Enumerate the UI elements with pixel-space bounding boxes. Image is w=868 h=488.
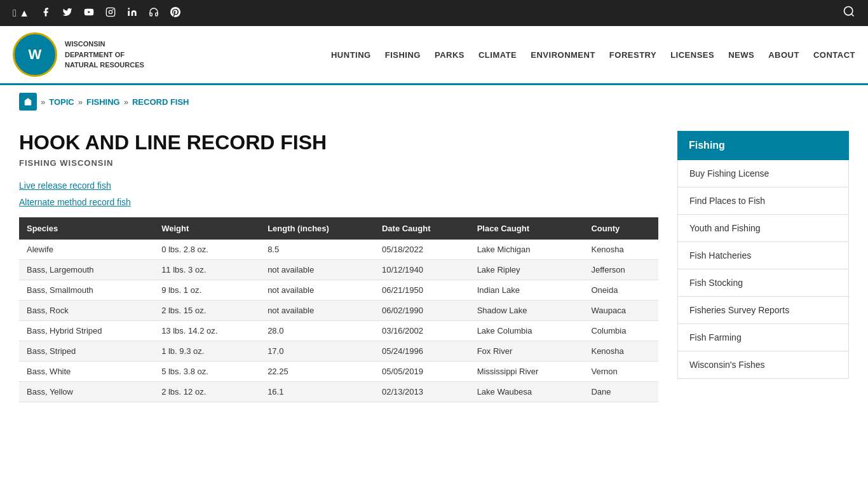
table-cell: Alewife (19, 240, 154, 260)
sidebar-link-item[interactable]: Youth and Fishing (678, 215, 848, 242)
nav-fishing[interactable]: FISHING (385, 50, 421, 60)
table-cell: Jefferson (583, 260, 658, 280)
table-body: Alewife0 lbs. 2.8 oz.8.505/18/2022Lake M… (19, 240, 658, 402)
fish-table: Species Weight Length (inches) Date Caug… (19, 217, 658, 402)
col-length: Length (inches) (260, 217, 374, 240)
alternate-method-link[interactable]: Alternate method record fish (19, 197, 658, 207)
table-header-row: Species Weight Length (inches) Date Caug… (19, 217, 658, 240)
sidebar: Fishing Buy Fishing LicenseFind Places t… (677, 131, 849, 402)
main-layout: HOOK AND LINE RECORD FISH FISHING WISCON… (0, 118, 868, 415)
table-cell: Bass, Yellow (19, 382, 154, 402)
table-cell: 22.25 (260, 362, 374, 382)
breadcrumb-fishing[interactable]: FISHING (86, 97, 120, 107)
nav-environment[interactable]: ENVIRONMENT (531, 50, 595, 60)
table-cell: 11 lbs. 3 oz. (154, 260, 260, 280)
table-cell: 8.5 (260, 240, 374, 260)
live-release-link[interactable]: Live release record fish (19, 180, 658, 191)
table-cell: 28.0 (260, 321, 374, 341)
table-cell: Lake Michigan (470, 240, 584, 260)
table-cell: Oneida (583, 280, 658, 301)
logo-icon: W (13, 32, 57, 77)
table-cell: Mississippi River (470, 362, 584, 382)
sidebar-link-item[interactable]: Fish Stocking (678, 269, 848, 297)
headphones-icon[interactable] (149, 7, 159, 20)
table-cell: Columbia (583, 321, 658, 341)
table-cell: 13 lbs. 14.2 oz. (154, 321, 260, 341)
table-cell: Lake Columbia (470, 321, 584, 341)
table-cell: 2 lbs. 12 oz. (154, 382, 260, 402)
breadcrumb-topic[interactable]: TOPIC (49, 97, 74, 107)
instagram-icon[interactable] (105, 7, 116, 20)
table-cell: not available (260, 280, 374, 301)
sidebar-link-item[interactable]: Buy Fishing License (678, 160, 848, 187)
table-cell: Dane (583, 382, 658, 402)
nav-licenses[interactable]: LICENSES (670, 50, 714, 60)
nav-climate[interactable]: CLIMATE (478, 50, 517, 60)
header: W WISCONSIN DEPARTMENT OF NATURAL RESOUR… (0, 26, 868, 85)
table-row: Bass, Striped1 lb. 9.3 oz.17.005/24/1996… (19, 341, 658, 362)
content-area: HOOK AND LINE RECORD FISH FISHING WISCON… (19, 131, 658, 402)
table-cell: 2 lbs. 15 oz. (154, 301, 260, 321)
sidebar-link-item[interactable]: Fisheries Survey Reports (678, 297, 848, 324)
facebook-icon[interactable]: ​ (41, 7, 51, 20)
table-row: Alewife0 lbs. 2.8 oz.8.505/18/2022Lake M… (19, 240, 658, 260)
col-weight: Weight (154, 217, 260, 240)
svg-point-2 (109, 10, 112, 13)
table-row: Bass, Yellow2 lbs. 12 oz.16.102/13/2013L… (19, 382, 658, 402)
page-subtitle: FISHING WISCONSIN (19, 158, 658, 168)
table-cell: 17.0 (260, 341, 374, 362)
youtube-icon[interactable] (84, 7, 94, 20)
table-cell: not available (260, 260, 374, 280)
table-cell: Waupaca (583, 301, 658, 321)
table-cell: Lake Waubesa (470, 382, 584, 402)
table-cell: Kenosha (583, 240, 658, 260)
breadcrumb-record-fish[interactable]: RECORD FISH (132, 97, 189, 107)
sidebar-link-item[interactable]: Fish Farming (678, 324, 848, 351)
table-cell: not available (260, 301, 374, 321)
table-row: Bass, Hybrid Striped13 lbs. 14.2 oz.28.0… (19, 321, 658, 341)
nav-contact[interactable]: CONTACT (813, 50, 855, 60)
nav-forestry[interactable]: FORESTRY (609, 50, 656, 60)
table-row: Bass, White5 lbs. 3.8 oz.22.2505/05/2019… (19, 362, 658, 382)
pinterest-icon[interactable] (170, 7, 180, 20)
facebook-icon[interactable]:  ▲ (13, 8, 29, 19)
table-cell: 05/05/2019 (374, 362, 470, 382)
table-cell: Bass, Hybrid Striped (19, 321, 154, 341)
table-cell: Kenosha (583, 341, 658, 362)
table-cell: Vernon (583, 362, 658, 382)
svg-point-3 (112, 10, 113, 10)
nav-news[interactable]: NEWS (728, 50, 754, 60)
org-name: WISCONSIN DEPARTMENT OF NATURAL RESOURCE… (65, 39, 144, 71)
col-date: Date Caught (374, 217, 470, 240)
nav-about[interactable]: ABOUT (768, 50, 799, 60)
table-cell: 0 lbs. 2.8 oz. (154, 240, 260, 260)
main-nav: HUNTING FISHING PARKS CLIMATE ENVIRONMEN… (331, 50, 855, 60)
home-icon[interactable] (19, 93, 37, 111)
table-cell: 16.1 (260, 382, 374, 402)
svg-line-6 (851, 14, 854, 17)
table-cell: Shadow Lake (470, 301, 584, 321)
svg-rect-1 (106, 8, 114, 16)
search-icon-top[interactable] (843, 5, 855, 21)
table-cell: 03/16/2002 (374, 321, 470, 341)
table-cell: Bass, Striped (19, 341, 154, 362)
nav-hunting[interactable]: HUNTING (331, 50, 371, 60)
twitter-icon[interactable] (62, 7, 72, 20)
sidebar-link-item[interactable]: Fish Hatcheries (678, 242, 848, 269)
linkedin-icon[interactable] (127, 7, 137, 20)
table-cell: 06/02/1990 (374, 301, 470, 321)
table-cell: Bass, Smallmouth (19, 280, 154, 301)
sidebar-heading: Fishing (677, 131, 849, 160)
table-cell: 5 lbs. 3.8 oz. (154, 362, 260, 382)
col-county: County (583, 217, 658, 240)
logo-area: W WISCONSIN DEPARTMENT OF NATURAL RESOUR… (13, 32, 144, 77)
nav-parks[interactable]: PARKS (435, 50, 465, 60)
table-cell: 10/12/1940 (374, 260, 470, 280)
col-species: Species (19, 217, 154, 240)
table-cell: 06/21/1950 (374, 280, 470, 301)
page-title: HOOK AND LINE RECORD FISH (19, 131, 658, 154)
sidebar-link-item[interactable]: Find Places to Fish (678, 187, 848, 215)
table-cell: Lake Ripley (470, 260, 584, 280)
sidebar-link-item[interactable]: Wisconsin's Fishes (678, 351, 848, 378)
table-cell: 05/24/1996 (374, 341, 470, 362)
